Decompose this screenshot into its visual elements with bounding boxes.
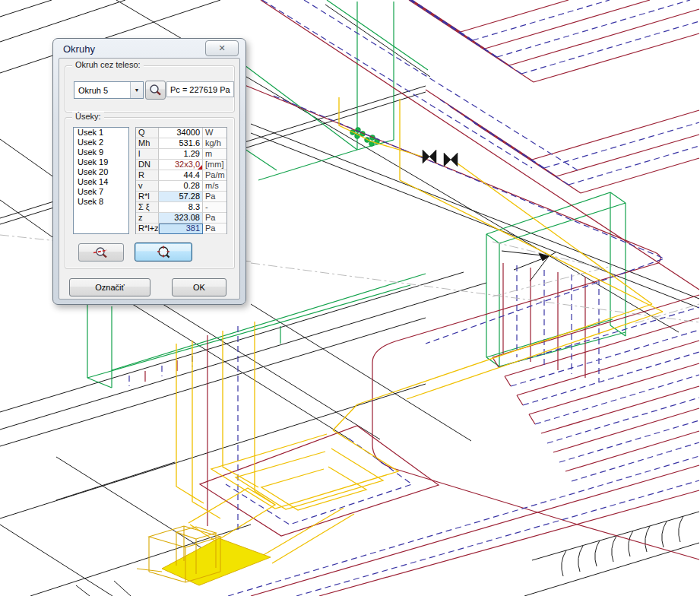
row-value[interactable]: 1.29 [159, 149, 203, 160]
row-label: l [136, 149, 159, 160]
row-label: R*l [136, 192, 159, 202]
app-root: { "window": { "title": "Okruhy", "close_… [0, 0, 700, 596]
find-circuit-button[interactable] [145, 81, 166, 100]
row-unit: - [203, 202, 226, 213]
close-icon: ✕ [218, 43, 225, 52]
pressure-field: Pc = 227619 Pa [166, 81, 234, 97]
ok-button[interactable]: OK [172, 278, 226, 296]
circuit-combobox[interactable]: Okruh 5 ▼ [74, 81, 144, 99]
row-label: R [136, 170, 159, 181]
row-label: v [136, 181, 159, 192]
row-label: R*l+z [136, 224, 159, 234]
row-label: z [136, 213, 159, 224]
table-row: v0.28m/s [136, 181, 226, 192]
row-value[interactable]: 57.28 [159, 192, 203, 202]
zoom-to-circuit-button[interactable] [135, 243, 192, 262]
close-button[interactable]: ✕ [205, 40, 239, 56]
magnifier-slash-icon [92, 246, 110, 259]
row-value[interactable]: 8.3 [159, 202, 203, 213]
row-label: DN [136, 160, 159, 170]
row-value[interactable]: 0.28 [159, 181, 203, 192]
circuit-combobox-value: Okruh 5 [74, 86, 130, 95]
boiler-symbol[interactable] [137, 526, 271, 585]
okruhy-dialog: Okruhy ✕ Okruh cez teleso: Okruh 5 ▼ Pc … [52, 38, 246, 305]
magnifier-icon [148, 84, 163, 97]
row-value[interactable]: 44.4 [159, 170, 203, 181]
warning-corner-icon [198, 165, 202, 170]
magnifier-crosshair-icon [154, 246, 173, 259]
row-unit: m [203, 149, 226, 160]
segment-table: Q34000WMh531.6kg/hl1.29mDN32x3,0[mm]R44.… [135, 127, 227, 234]
zoom-off-button[interactable] [78, 243, 124, 262]
row-label: Mh [136, 138, 159, 149]
chevron-down-icon[interactable]: ▼ [130, 82, 143, 98]
row-unit: Pa [203, 224, 226, 234]
list-item[interactable]: Usek 8 [74, 197, 128, 207]
row-unit: Pa [203, 213, 226, 224]
table-row: z323.08Pa [136, 213, 226, 224]
useky-list[interactable]: Usek 1Usek 2Usek 9Usek 19Usek 20Usek 14U… [73, 127, 129, 234]
list-item[interactable]: Usek 19 [74, 157, 128, 167]
dialog-body: Okruh cez teleso: Okruh 5 ▼ Pc = 227619 … [59, 58, 240, 300]
circuit-group-label: Okruh cez teleso: [72, 60, 144, 69]
row-unit: m/s [203, 181, 226, 192]
leader-arrow[interactable] [502, 251, 556, 281]
table-row: R*l57.28Pa [136, 192, 226, 202]
table-row: l1.29m [136, 149, 226, 160]
list-item[interactable]: Usek 1 [74, 128, 128, 138]
table-row: Q34000W [136, 128, 226, 138]
table-row: R*l+z381Pa [136, 224, 226, 234]
row-value[interactable]: 531.6 [159, 138, 203, 149]
row-label: Q [136, 128, 159, 138]
row-label: Σ ξ [136, 202, 159, 213]
table-row: DN32x3,0[mm] [136, 160, 226, 170]
dialog-title: Okruhy [63, 43, 95, 55]
row-value[interactable]: 381 [159, 224, 203, 234]
list-item[interactable]: Usek 14 [74, 177, 128, 187]
row-unit: Pa/m [203, 170, 226, 181]
row-unit: [mm] [203, 160, 226, 170]
row-value[interactable]: 32x3,0 [159, 160, 203, 170]
sections-group-label: Úseky: [72, 112, 104, 121]
list-item[interactable]: Usek 7 [74, 187, 128, 197]
row-unit: Pa [203, 192, 226, 202]
table-row: Σ ξ8.3- [136, 202, 226, 213]
row-value[interactable]: 34000 [159, 128, 203, 138]
yellow-pipes [176, 97, 663, 563]
pump-arrows[interactable] [423, 150, 458, 166]
table-row: Mh531.6kg/h [136, 138, 226, 149]
list-item[interactable]: Usek 20 [74, 167, 128, 177]
list-item[interactable]: Usek 2 [74, 138, 128, 147]
table-row: R44.4Pa/m [136, 170, 226, 181]
row-unit: W [203, 128, 226, 138]
row-unit: kg/h [203, 138, 226, 149]
list-item[interactable]: Usek 9 [74, 147, 128, 157]
row-value[interactable]: 323.08 [159, 213, 203, 224]
mark-button[interactable]: Označiť [69, 278, 150, 296]
